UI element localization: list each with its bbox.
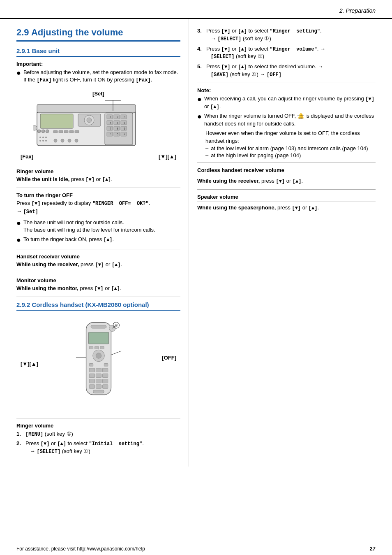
step-2-num: 2. <box>16 440 23 455</box>
subsection2-title: 2.9.2 Cordless handset (KX-MB2060 option… <box>16 301 180 311</box>
right-rule-2 <box>197 163 376 163</box>
note-text-1: When receiving a call, you can adjust th… <box>204 95 376 111</box>
svg-rect-44 <box>75 130 79 133</box>
svg-point-48 <box>68 139 71 142</box>
svg-point-49 <box>75 139 78 142</box>
step-5-num: 5. <box>197 63 204 79</box>
turn-ringer-off-bullet1: ● The base unit will not ring for outsid… <box>16 219 180 234</box>
handset-overlay-labels: [▼][▲] [OFF] <box>16 322 180 408</box>
step-1: 1. [MENU] (soft key ①) <box>16 430 180 438</box>
step-1-text: [MENU] (soft key ①) <box>25 430 73 438</box>
svg-text:3: 3 <box>124 116 125 118</box>
monitor-volume-label: Monitor volume <box>16 277 180 283</box>
svg-point-47 <box>61 139 64 142</box>
turn-ringer-off-bullet2: ● To turn the ringer back ON, press [▲]. <box>16 236 180 245</box>
page-container: 2. Preparation 2.9 Adjusting the volume … <box>0 0 392 555</box>
monitor-volume-text: While using the monitor, press [▼] or [▲… <box>16 284 180 293</box>
right-rule-3 <box>197 189 376 190</box>
base-unit-svg: 1 2 3 4 5 6 7 8 9 * 0 # <box>33 98 164 152</box>
step-4-text: Press [▼] or [▲] to select "Ringer volum… <box>206 45 325 61</box>
cordless-receiver-text: While using the receiver, press [▼] or [… <box>197 178 376 184</box>
handset-image: ① <box>16 316 180 412</box>
note-bullet-dot-1: ● <box>197 95 202 104</box>
svg-point-46 <box>54 139 57 142</box>
speaker-volume-title: Speaker volume <box>197 194 376 202</box>
dash-sym-2: – <box>205 152 208 158</box>
step-4: 4. Press [▼] or [▲] to select "Ringer vo… <box>197 45 376 61</box>
rule-3 <box>16 249 180 249</box>
svg-rect-2 <box>40 114 73 128</box>
svg-point-10 <box>42 140 44 142</box>
rule-4 <box>16 273 180 273</box>
svg-rect-1 <box>37 104 136 113</box>
svg-point-5 <box>46 130 49 133</box>
rule-2 <box>16 188 180 188</box>
bullet-dot-2: ● <box>16 219 21 228</box>
dash-text-2: at the high level for paging (page 104) <box>211 152 301 158</box>
note-dash-2: – at the high level for paging (page 104… <box>205 152 376 158</box>
ringer-off-text1: The base unit will not ring for outside … <box>23 219 155 234</box>
base-unit-labels-row: [Fax] [▼][▲] <box>21 153 176 160</box>
svg-rect-41 <box>59 130 63 133</box>
svg-point-39 <box>87 118 92 123</box>
bullet-dot-3: ● <box>16 236 21 245</box>
cordless-receiver-title: Cordless handset receiver volume <box>197 167 376 175</box>
svg-point-11 <box>45 140 47 142</box>
page-header: 2. Preparation <box>0 0 392 19</box>
ringer-off-text2: To turn the ringer back ON, press [▲]. <box>23 236 114 244</box>
section-main-title: 2.9 Adjusting the volume <box>16 27 180 42</box>
svg-text:2: 2 <box>117 116 118 118</box>
note-dash-1: – at the low level for alarm (page 103) … <box>205 145 376 151</box>
svg-text:5: 5 <box>117 121 118 124</box>
step-2-text: Press [▼] or [▲] to select "Initial sett… <box>25 440 144 455</box>
step-3-num: 3. <box>197 27 204 43</box>
subsection1-title: 2.9.1 Base unit <box>16 47 180 57</box>
step-2: 2. Press [▼] or [▲] to select "Initial s… <box>16 440 180 455</box>
important-text: Before adjusting the volume, set the ope… <box>23 69 180 84</box>
handset-off-label: [OFF] <box>162 355 176 361</box>
page-number: 27 <box>370 546 376 552</box>
note-sub-text: However even when the ringer volume is s… <box>205 129 376 145</box>
arrows-label: [▼][▲] <box>159 153 176 160</box>
svg-text:7: 7 <box>110 127 111 130</box>
svg-text:#: # <box>124 133 125 136</box>
svg-rect-43 <box>69 130 74 133</box>
ringer-volume2-label: Ringer volume <box>16 423 180 429</box>
page-footer: For assistance, please visit http://www.… <box>0 542 392 555</box>
right-rule-1 <box>197 83 376 83</box>
step-3: 3. Press [▼] or [▲] to select "Ringer se… <box>197 27 376 43</box>
svg-text:6: 6 <box>124 121 125 124</box>
step-4-num: 4. <box>197 45 204 61</box>
important-bullet: ● Before adjusting the volume, set the o… <box>16 69 180 84</box>
handset-arrows-label: [▼][▲] <box>21 361 38 367</box>
note-text-2: When the ringer volume is turned OFF, 🔔 … <box>204 112 376 127</box>
ringer-volume-text: While the unit is idle, press [▼] or [▲]… <box>16 175 180 183</box>
note-bullet-2: ● When the ringer volume is turned OFF, … <box>197 112 376 127</box>
svg-text:1: 1 <box>110 116 111 118</box>
left-column: 2.9 Adjusting the volume 2.9.1 Base unit… <box>0 19 189 467</box>
step-5-text: Press [▼] or [▲] to select the desired v… <box>206 63 323 79</box>
base-unit-image: [Set] <box>16 91 180 160</box>
steps-list-left: 1. [MENU] (soft key ①) 2. Press [▼] or [… <box>16 430 180 455</box>
ringer-volume-label: Ringer volume <box>16 168 180 174</box>
svg-text:*: * <box>110 133 111 136</box>
note-bullet-1: ● When receiving a call, you can adjust … <box>197 95 376 111</box>
chapter-title: 2. Preparation <box>339 7 376 14</box>
svg-point-7 <box>42 137 44 138</box>
important-label: Important: <box>16 61 180 67</box>
turn-ringer-off-label: To turn the ringer OFF <box>16 192 180 198</box>
dash-sym-1: – <box>205 145 208 151</box>
step-3-text: Press [▼] or [▲] to select "Ringer setti… <box>206 27 322 43</box>
step-5: 5. Press [▼] or [▲] to select the desire… <box>197 63 376 79</box>
svg-point-4 <box>42 130 45 133</box>
svg-text:4: 4 <box>110 121 111 124</box>
handset-receiver-text: While using the receiver, press [▼] or [… <box>16 260 180 269</box>
content-columns: 2.9 Adjusting the volume 2.9.1 Base unit… <box>0 19 392 467</box>
rule-6 <box>16 418 180 418</box>
svg-rect-42 <box>64 130 68 133</box>
note-label: Note: <box>197 87 376 93</box>
svg-text:8: 8 <box>117 127 118 130</box>
rule-5 <box>16 297 180 297</box>
handset-receiver-label: Handset receiver volume <box>16 253 180 260</box>
steps-list-right: 3. Press [▼] or [▲] to select "Ringer se… <box>197 27 376 79</box>
